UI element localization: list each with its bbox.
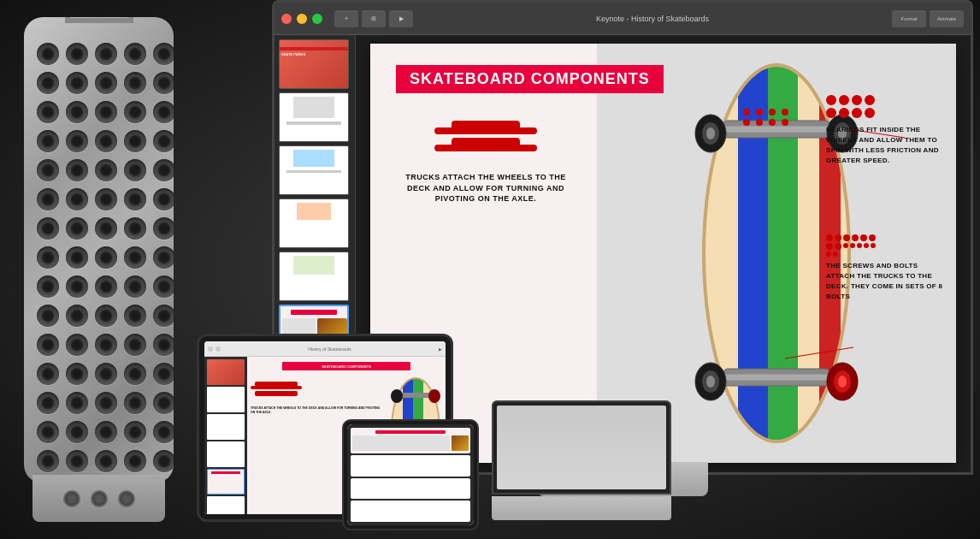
macbook-display-surface [497, 406, 666, 489]
svg-point-30 [769, 119, 776, 126]
ipad-play-icon[interactable]: ▶ [439, 346, 442, 352]
truck-icon [434, 112, 537, 163]
ventilation-hole [66, 101, 88, 123]
ventilation-hole [153, 130, 174, 152]
close-button[interactable] [281, 14, 292, 24]
ventilation-hole [124, 188, 146, 210]
ventilation-hole [124, 334, 146, 356]
ipad-slide-thumb-3[interactable] [207, 414, 245, 440]
ventilation-hole [124, 421, 146, 443]
ventilation-hole [66, 392, 88, 414]
svg-rect-35 [434, 127, 537, 134]
ventilation-hole [95, 450, 117, 472]
screw-dot [843, 243, 848, 248]
ventilation-hole [37, 334, 59, 356]
foot-wheel [91, 490, 108, 507]
ventilation-hole [37, 43, 59, 65]
ventilation-hole [95, 275, 117, 298]
ventilation-hole [66, 217, 88, 240]
ventilation-hole [66, 334, 88, 356]
keynote-toolbar: + ⊞ ▶ Keynote - History of Skateboards F… [275, 3, 971, 35]
svg-point-47 [391, 389, 403, 403]
ventilation-hole [95, 188, 117, 210]
ventilation-hole [95, 246, 117, 269]
bearing-dot [865, 95, 875, 105]
ventilation-hole [153, 72, 174, 94]
ipad-slide-thumb-5[interactable] [207, 469, 245, 495]
ventilation-hole [95, 43, 117, 65]
screw-dot [835, 234, 841, 241]
animate-icon[interactable]: Animate [930, 10, 964, 27]
slide-title-bar: skateboard components [396, 65, 664, 93]
ipad-slide-panel[interactable] [204, 357, 247, 514]
ventilation-hole [37, 217, 59, 240]
mac-pro-body [24, 17, 174, 483]
ventilation-hole [95, 217, 117, 240]
ventilation-hole [124, 72, 146, 94]
ventilation-hole [37, 363, 59, 385]
ipad-slide-thumb-4[interactable] [207, 441, 245, 467]
ipad-slide-thumb-2[interactable] [207, 387, 245, 412]
ventilation-hole [124, 450, 146, 472]
screw-dot [850, 243, 855, 248]
svg-point-48 [428, 389, 440, 403]
slide-right-content: BEARINGS FIT INSIDE THE WHEELS AND ALLOW… [826, 95, 946, 302]
slide-thumbnail-5[interactable] [279, 252, 349, 301]
screw-dot [852, 234, 859, 241]
ventilation-hole [95, 363, 117, 385]
format-icon[interactable]: Format [892, 10, 926, 27]
svg-point-20 [706, 376, 715, 388]
ventilation-hole [153, 159, 174, 181]
ventilation-hole [95, 334, 117, 356]
minimize-button[interactable] [297, 14, 307, 24]
slide-thumbnail-3[interactable] [279, 145, 349, 195]
ventilation-hole [124, 101, 146, 123]
ventilation-hole [124, 43, 146, 65]
ventilation-hole [153, 421, 174, 443]
bearing-dot [826, 95, 836, 105]
ipad-truck-icon [251, 377, 302, 403]
ventilation-hole [66, 159, 88, 181]
view-icon[interactable]: ⊞ [362, 10, 386, 27]
ventilation-hole [95, 72, 117, 94]
ventilation-hole [95, 130, 117, 152]
ipad-slide-thumb-1[interactable] [207, 359, 245, 385]
svg-rect-40 [255, 391, 298, 396]
ventilation-hole [153, 305, 174, 327]
ventilation-hole [124, 246, 146, 269]
svg-point-25 [756, 109, 763, 116]
screw-dot [869, 234, 876, 241]
svg-point-29 [756, 119, 763, 126]
maximize-button[interactable] [312, 14, 322, 24]
ventilation-hole [153, 101, 174, 123]
mac-pro-handle [65, 17, 133, 23]
ventilation-hole [66, 363, 88, 385]
bearing-dot [852, 108, 862, 118]
ventilation-hole [124, 159, 146, 181]
ipad-slide-title: skateboard components [322, 364, 371, 369]
ventilation-hole [124, 392, 146, 414]
ventilation-hole [153, 246, 174, 269]
ventilation-hole [37, 392, 59, 414]
ventilation-hole [124, 275, 146, 298]
iphone [342, 419, 479, 530]
play-icon[interactable]: ▶ [389, 10, 413, 27]
bearings-dots [826, 95, 886, 118]
ventilation-hole [37, 72, 59, 94]
slide-thumbnail-4[interactable] [279, 198, 349, 248]
mac-pro-feet [32, 475, 165, 522]
ipad-slide-thumb-6[interactable] [207, 496, 245, 514]
right-toolbar: Format Animate [892, 10, 964, 27]
ventilation-hole [124, 217, 146, 240]
ventilation-hole [153, 450, 174, 472]
slide-thumbnail-2[interactable] [279, 92, 349, 142]
ventilation-hole [66, 188, 88, 210]
ventilation-hole [153, 334, 174, 356]
ventilation-hole [153, 217, 174, 240]
svg-point-27 [782, 109, 788, 116]
slide-thumbnail-1[interactable]: SKATE PARKS [279, 39, 349, 89]
foot-wheel [63, 490, 80, 507]
macbook-screen [492, 400, 671, 495]
add-slide-icon[interactable]: + [334, 10, 358, 27]
ipad-toolbar-dot [208, 346, 213, 352]
